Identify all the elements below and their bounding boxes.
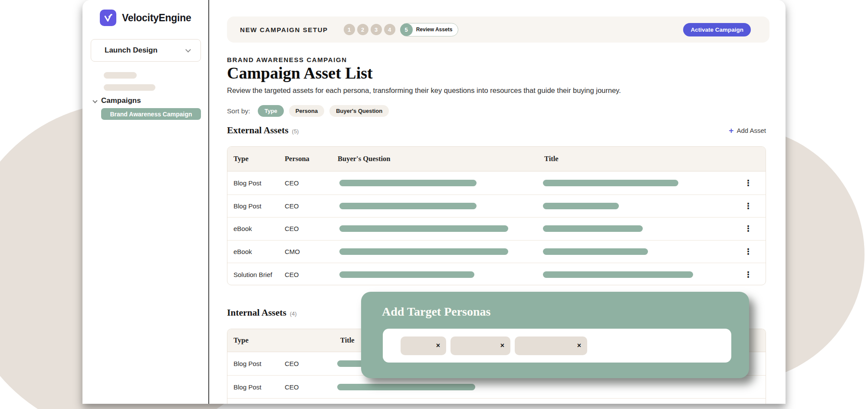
cell-persona: CEO: [285, 376, 299, 398]
column-header-type: Type: [233, 147, 249, 171]
cell-persona: CMO: [285, 241, 300, 263]
cell-persona: CEO: [285, 195, 299, 218]
cell-type: Blog Post: [233, 376, 261, 398]
add-personas-dialog: Add Target Personas × × ×: [361, 292, 749, 378]
table-row: Solution Brief CEO ⋮: [227, 263, 766, 285]
table-row: eBook CEO ⋮: [227, 217, 766, 240]
skeleton-bar: [104, 72, 137, 79]
brand-name: VelocityEngine: [122, 12, 191, 24]
campaign-eyebrow: BRAND AWARENESS CAMPAIGN: [227, 56, 347, 63]
step-2[interactable]: 2: [357, 24, 368, 35]
step-4[interactable]: 4: [384, 24, 395, 35]
question-placeholder-bar: [339, 180, 477, 186]
cell-persona: CEO: [285, 172, 299, 195]
campaign-setup-bar: NEW CAMPAIGN SETUP 1 2 3 4 5 Review Asse…: [227, 16, 769, 43]
selected-campaign-label: Brand Awareness Campaign: [110, 111, 192, 118]
table-row: Blog Post CEO: [227, 375, 766, 398]
chevron-down-icon: [92, 98, 97, 103]
internal-assets-title: Internal Assets: [227, 307, 286, 318]
activate-campaign-button[interactable]: Activate Campaign: [683, 23, 751, 36]
add-asset-label: Add Asset: [736, 127, 766, 134]
personas-input[interactable]: × × ×: [383, 329, 731, 363]
remove-chip-button[interactable]: ×: [500, 342, 504, 349]
column-header-buyers-question: Buyer's Question: [338, 147, 390, 171]
brand-logo-lockup[interactable]: VelocityEngine: [100, 10, 191, 26]
plus-icon: +: [729, 126, 733, 135]
step-5-label: Review Assets: [416, 26, 453, 33]
table-row: [227, 398, 766, 404]
title-placeholder-bar: [543, 248, 648, 255]
sort-pill-persona[interactable]: Persona: [289, 105, 324, 117]
setup-steps: 1 2 3 4 5 Review Assets: [344, 23, 459, 36]
table-header-row: Type Persona Buyer's Question Title: [227, 147, 766, 172]
persona-chip[interactable]: ×: [515, 336, 587, 355]
velocity-engine-logo-icon: [100, 10, 116, 26]
title-placeholder-bar: [543, 203, 619, 209]
page-canvas: VelocityEngine Launch Design Campaigns B…: [0, 0, 868, 409]
row-menu-button[interactable]: ⋮: [741, 263, 756, 285]
external-assets-count: (5): [292, 128, 299, 135]
table-row: Blog Post CEO ⋮: [227, 172, 766, 195]
sidebar: VelocityEngine Launch Design Campaigns B…: [82, 0, 209, 404]
question-placeholder-bar: [339, 225, 508, 232]
step-5-review-assets[interactable]: 5 Review Assets: [400, 23, 459, 36]
setup-bar-label: NEW CAMPAIGN SETUP: [240, 26, 328, 33]
row-menu-button[interactable]: ⋮: [741, 195, 756, 218]
sort-bar: Sort by: Type Persona Buyer's Question: [227, 105, 394, 117]
cell-type: Blog Post: [233, 172, 261, 195]
cell-persona: CEO: [285, 263, 299, 285]
title-placeholder-bar: [543, 180, 678, 186]
sidebar-item-brand-awareness-campaign[interactable]: Brand Awareness Campaign: [101, 108, 201, 120]
title-placeholder-bar: [337, 384, 475, 390]
cell-persona: CEO: [285, 218, 299, 240]
table-row: eBook CMO ⋮: [227, 240, 766, 263]
external-assets-table: Type Persona Buyer's Question Title Blog…: [227, 146, 766, 285]
title-placeholder-bar: [543, 225, 643, 232]
sort-pill-buyers-question[interactable]: Buyer's Question: [329, 105, 389, 117]
persona-chip[interactable]: ×: [450, 336, 510, 355]
persona-chip[interactable]: ×: [401, 336, 446, 355]
internal-assets-count: (4): [290, 310, 297, 317]
sidebar-item-campaigns[interactable]: Campaigns: [93, 96, 141, 105]
page-title: Campaign Asset List: [227, 63, 373, 82]
question-placeholder-bar: [339, 271, 474, 278]
chevron-down-icon: [185, 47, 191, 53]
add-asset-button[interactable]: + Add Asset: [729, 126, 766, 135]
column-header-title: Title: [544, 147, 559, 171]
cell-type: Blog Post: [233, 195, 261, 218]
step-1[interactable]: 1: [344, 24, 355, 35]
row-menu-button[interactable]: ⋮: [741, 241, 756, 263]
sort-by-label: Sort by:: [227, 107, 250, 115]
title-placeholder-bar: [543, 271, 693, 278]
campaigns-label: Campaigns: [101, 96, 141, 105]
step-5-number: 5: [400, 23, 413, 36]
cell-type: eBook: [233, 218, 252, 240]
column-header-type: Type: [233, 329, 249, 352]
column-header-persona: Persona: [285, 147, 309, 171]
dialog-title: Add Target Personas: [382, 305, 490, 319]
workspace-select-value: Launch Design: [105, 46, 158, 55]
question-placeholder-bar: [339, 248, 508, 255]
sort-pill-type[interactable]: Type: [258, 105, 283, 117]
external-assets-header: External Assets (5) + Add Asset: [227, 125, 766, 136]
step-3[interactable]: 3: [371, 24, 382, 35]
remove-chip-button[interactable]: ×: [577, 342, 581, 349]
column-header-title: Title: [340, 329, 355, 352]
row-menu-button[interactable]: ⋮: [741, 218, 756, 240]
cell-type: Solution Brief: [233, 263, 272, 285]
skeleton-bar: [104, 84, 155, 91]
table-row: Blog Post CEO ⋮: [227, 195, 766, 218]
question-placeholder-bar: [339, 203, 477, 209]
remove-chip-button[interactable]: ×: [436, 342, 440, 349]
cell-type: Blog Post: [233, 352, 261, 375]
cell-type: eBook: [233, 241, 252, 263]
external-assets-title: External Assets: [227, 125, 289, 136]
cell-persona: CEO: [285, 352, 299, 375]
row-menu-button[interactable]: ⋮: [741, 172, 756, 195]
workspace-select[interactable]: Launch Design: [91, 39, 201, 62]
page-description: Review the targeted assets for each pers…: [227, 86, 621, 95]
